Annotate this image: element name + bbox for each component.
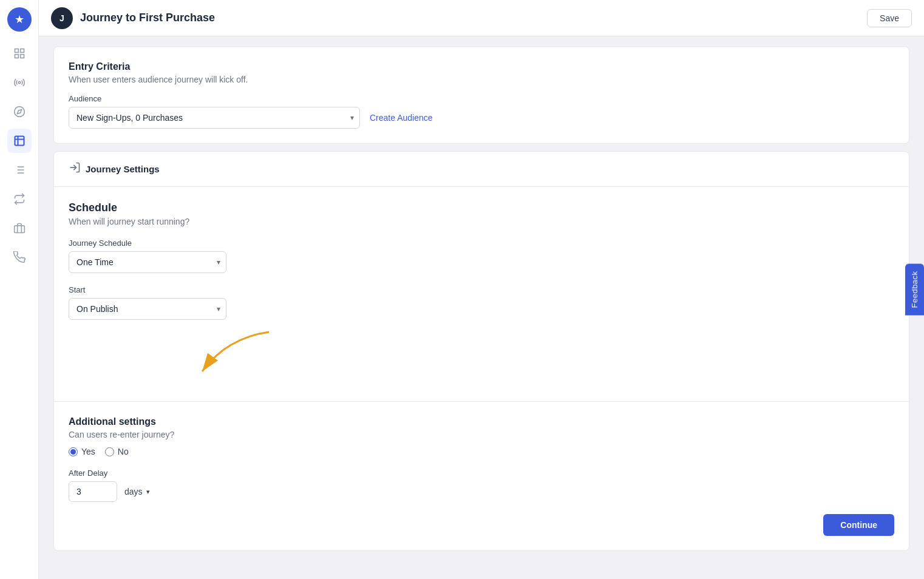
start-label: Start (69, 285, 894, 294)
section-divider (54, 401, 909, 402)
audience-row: New Sign-Ups, 0 Purchases All Users Retu… (69, 107, 894, 129)
start-select[interactable]: On Publish Scheduled Date Manual (69, 298, 226, 320)
page-title: Journey to First Purchase (80, 12, 867, 24)
reenter-radio-group: Yes No (69, 447, 894, 456)
avatar: J (51, 7, 73, 29)
svg-marker-6 (17, 109, 21, 113)
main-area: J Journey to First Purchase Save Entry C… (39, 0, 924, 579)
days-select[interactable]: days ▾ (124, 487, 150, 496)
no-radio-label[interactable]: No (105, 447, 129, 456)
continue-button[interactable]: Continue (823, 514, 894, 536)
sidebar-item-grid[interactable] (7, 216, 32, 240)
no-label: No (118, 447, 129, 456)
sidebar: ★ (0, 0, 39, 579)
additional-settings-title: Additional settings (69, 416, 894, 427)
journey-schedule-label: Journey Schedule (69, 239, 894, 248)
svg-point-4 (18, 81, 20, 83)
annotation-arrow (117, 326, 299, 381)
arrow-annotation (69, 332, 894, 387)
svg-rect-13 (14, 226, 24, 233)
journey-settings-card: Journey Settings Schedule When will jour… (53, 151, 909, 551)
audience-select-wrapper: New Sign-Ups, 0 Purchases All Users Retu… (69, 107, 360, 129)
content-area: Entry Criteria When user enters audience… (39, 36, 924, 579)
sidebar-logo[interactable]: ★ (7, 7, 32, 32)
sidebar-item-mail[interactable] (7, 245, 32, 269)
after-delay-group: After Delay days ▾ (69, 469, 894, 502)
journey-settings-title: Journey Settings (86, 164, 160, 174)
logo-icon: ★ (15, 13, 24, 26)
entry-criteria-title: Entry Criteria (69, 61, 894, 72)
start-group: Start On Publish Scheduled Date Manual ▾ (69, 285, 894, 320)
start-select-wrapper: On Publish Scheduled Date Manual ▾ (69, 298, 226, 320)
audience-label: Audience (69, 94, 894, 103)
svg-rect-0 (15, 49, 18, 53)
sidebar-item-compass[interactable] (7, 100, 32, 124)
no-radio[interactable] (105, 447, 114, 456)
delay-input[interactable] (69, 481, 117, 502)
journey-schedule-select[interactable]: One Time Recurring Triggered (69, 251, 226, 273)
journey-settings-header: Journey Settings (54, 152, 909, 187)
svg-rect-1 (20, 49, 24, 53)
after-delay-row: days ▾ (69, 481, 894, 502)
yes-radio-label[interactable]: Yes (69, 447, 95, 456)
sidebar-item-broadcast[interactable] (7, 70, 32, 95)
schedule-subtitle: When will journey start running? (69, 217, 894, 226)
yes-radio[interactable] (69, 447, 78, 456)
entry-criteria-subtitle: When user enters audience journey will k… (69, 75, 894, 84)
svg-point-5 (14, 107, 24, 117)
svg-rect-2 (15, 55, 18, 58)
save-button[interactable]: Save (867, 9, 912, 27)
svg-rect-3 (20, 55, 24, 58)
header: J Journey to First Purchase Save (39, 0, 924, 36)
sidebar-item-transfer[interactable] (7, 187, 32, 211)
sidebar-item-list[interactable] (7, 158, 32, 182)
feedback-tab[interactable]: Feedback (905, 263, 924, 315)
create-audience-link[interactable]: Create Audience (370, 113, 433, 123)
schedule-title: Schedule (69, 201, 894, 214)
additional-settings-subtitle: Can users re-enter journey? (69, 430, 894, 439)
journey-schedule-group: Journey Schedule One Time Recurring Trig… (69, 239, 894, 273)
sidebar-item-journey[interactable] (7, 129, 32, 153)
days-label: days (124, 487, 143, 496)
footer-row: Continue (69, 514, 894, 536)
after-delay-label: After Delay (69, 469, 894, 478)
days-chevron-icon: ▾ (146, 488, 150, 496)
journey-settings-icon (69, 161, 81, 177)
audience-select[interactable]: New Sign-Ups, 0 Purchases All Users Retu… (69, 107, 360, 129)
journey-schedule-select-wrapper: One Time Recurring Triggered ▾ (69, 251, 226, 273)
sidebar-item-dashboard[interactable] (7, 41, 32, 66)
yes-label: Yes (81, 447, 95, 456)
entry-criteria-card: Entry Criteria When user enters audience… (53, 46, 909, 144)
